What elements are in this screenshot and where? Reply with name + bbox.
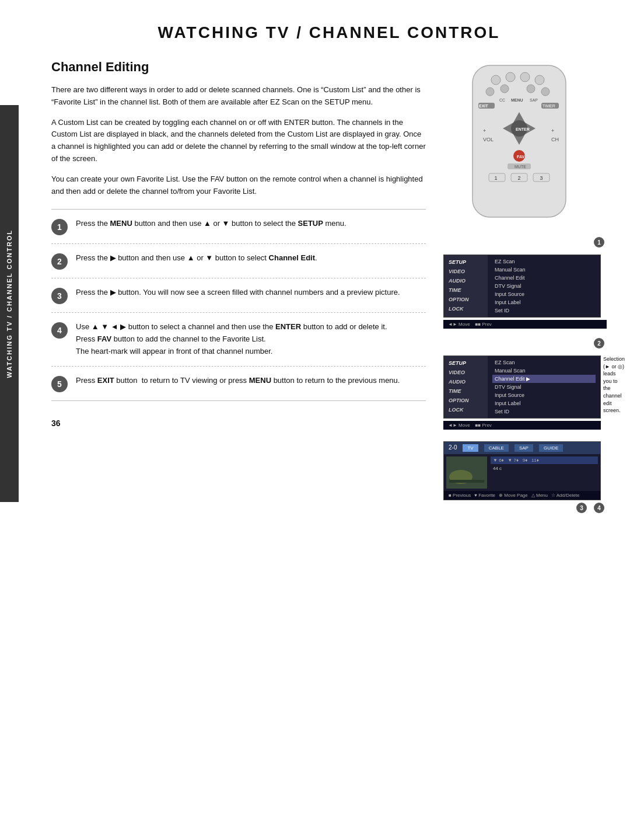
paragraph-2: A Custom List can be created by toggling…: [51, 117, 426, 165]
menu-left-option-2: OPTION: [444, 396, 488, 405]
svg-point-3: [520, 72, 530, 82]
ch-footer-fav: ♥ Favorite: [474, 493, 495, 498]
svg-point-7: [527, 85, 535, 93]
svg-point-8: [541, 88, 550, 96]
menu-screenshot-1: SETUP VIDEO AUDIO TIME OPTION LOCK EZ Sc…: [443, 255, 601, 318]
menu-item-inputlabel2: Input Label: [492, 399, 596, 407]
step-row-1: 1 Press the MENU button and then use ▲ o…: [51, 210, 426, 244]
step-number-4: 4: [51, 322, 68, 339]
step-text-1: Press the MENU button and then use ▲ or …: [76, 218, 426, 230]
step-number-5: 5: [51, 376, 68, 392]
step-row-4: 4 Use ▲ ▼ ◄ ▶ button to select a channel…: [51, 313, 426, 366]
menu-left-1: SETUP VIDEO AUDIO TIME OPTION LOCK: [444, 255, 488, 317]
step-text-4: Use ▲ ▼ ◄ ▶ button to select a channel a…: [76, 321, 426, 357]
menu-left-lock-2: LOCK: [444, 405, 488, 414]
menu-left-setup-2: SETUP: [444, 358, 488, 368]
svg-point-1: [491, 75, 501, 85]
svg-point-2: [506, 72, 515, 82]
preview-svg: [446, 456, 487, 489]
left-column: Channel Editing There are two different …: [51, 60, 426, 520]
step-row-2: 2 Press the ▶ button and then use ▲ or ▼…: [51, 244, 426, 278]
menu-item-ezscan2: EZ Scan: [492, 358, 596, 367]
menu-item-dtvsignal1: DTV Signal: [492, 282, 596, 290]
ch-footer-menu: △ Menu: [531, 493, 548, 498]
ch-list: ▼ 6♦ ▼ 7♦ 9♦ 11♦ 44 c: [491, 456, 598, 489]
step-number-3: 3: [51, 288, 68, 304]
step-row-5: 5 Press EXIT button to return to TV view…: [51, 367, 426, 401]
menu-item-channeledit2: Channel Edit ▶: [492, 375, 596, 383]
img-badge-3: 3: [576, 503, 587, 513]
svg-text:ENTER: ENTER: [516, 127, 530, 131]
menu-left-2: SETUP VIDEO AUDIO TIME OPTION LOCK: [444, 356, 488, 418]
step-text-3: Press the ▶ button. You will now see a s…: [76, 287, 426, 299]
menu-screenshot-2-wrapper: SETUP VIDEO AUDIO TIME OPTION LOCK EZ Sc…: [443, 355, 607, 430]
ch-preview: [446, 456, 487, 489]
menu-screenshot-2-inner: SETUP VIDEO AUDIO TIME OPTION LOCK EZ Sc…: [443, 355, 601, 430]
menu-right-2: EZ Scan Manual Scan Channel Edit ▶ DTV S…: [488, 356, 600, 418]
img34-num-row: 3 4: [443, 503, 607, 513]
section-heading: Channel Editing: [51, 60, 426, 75]
ch-footer-move: ⊕ Move Page: [499, 493, 528, 498]
channel-edit-body: ▼ 6♦ ▼ 7♦ 9♦ 11♦ 44 c: [444, 454, 600, 491]
step-text-5: Press EXIT button to return to TV viewin…: [76, 375, 426, 387]
ch-footer-add: ☆ Add/Delete: [551, 493, 579, 498]
step-number-1: 1: [51, 219, 68, 235]
menu-right-1: EZ Scan Manual Scan Channel Edit DTV Sig…: [488, 255, 600, 317]
svg-text:+: +: [483, 128, 486, 134]
menu-left-time: TIME: [444, 285, 488, 295]
menu-item-ezscan1: EZ Scan: [492, 257, 596, 266]
menu-left-option: OPTION: [444, 295, 488, 304]
menu-item-inputsource1: Input Source: [492, 290, 596, 298]
remote-svg: CC MENU SAP EXIT TIMER: [455, 60, 583, 223]
ch-num: 2-0: [449, 444, 457, 452]
svg-text:MENU: MENU: [511, 98, 523, 102]
menu-left-audio: AUDIO: [444, 276, 488, 285]
svg-text:1: 1: [494, 175, 497, 181]
svg-text:3: 3: [540, 175, 542, 181]
menu-left-audio-2: AUDIO: [444, 377, 488, 386]
step-row-3: 3 Press the ▶ button. You will now see a…: [51, 278, 426, 313]
svg-text:TIMER: TIMER: [542, 104, 555, 108]
ch-footer-prev: ■ Previous: [449, 493, 471, 498]
ch-tab-cable: CABLE: [484, 444, 509, 452]
svg-text:2: 2: [517, 175, 520, 181]
side-tab: WATCHING TV / CHANNEL CONTROL: [0, 105, 19, 502]
menu-item-setid2: Set ID: [492, 407, 596, 416]
content-layout: Channel Editing There are two different …: [51, 60, 607, 520]
channel-edit-footer: ■ Previous ♥ Favorite ⊕ Move Page △ Menu…: [444, 491, 600, 500]
menu-left-video-2: VIDEO: [444, 368, 488, 377]
svg-text:VOL: VOL: [483, 137, 494, 142]
menu-item-manualscan2: Manual Scan: [492, 367, 596, 375]
menu-left-lock: LOCK: [444, 304, 488, 313]
step-text-2: Press the ▶ button and then use ▲ or ▼ b…: [76, 252, 426, 264]
menu-note-2: Selection (► or ◎) leads you to the chan…: [603, 355, 625, 414]
remote-container: CC MENU SAP EXIT TIMER: [455, 60, 595, 225]
paragraph-1: There are two different ways in order to…: [51, 84, 426, 109]
img-badge-2: 2: [594, 338, 604, 348]
channel-edit-box: 2-0 TV CABLE SAP GUIDE: [443, 441, 601, 500]
menu-footer-text-1: ◄► Move ■■ Prev: [448, 322, 492, 327]
menu-item-inputlabel1: Input Label: [492, 298, 596, 306]
svg-text:CH: CH: [551, 137, 559, 142]
img-badge-4: 4: [594, 503, 604, 513]
page-title: WATCHING TV / CHANNEL CONTROL: [51, 23, 607, 42]
svg-text:MUTE: MUTE: [514, 165, 526, 169]
menu-footer-1: ◄► Move ■■ Prev: [443, 320, 607, 329]
main-content: WATCHING TV / CHANNEL CONTROL Channel Ed…: [28, 0, 630, 543]
menu-left-time-2: TIME: [444, 386, 488, 396]
menu-screenshot-2: SETUP VIDEO AUDIO TIME OPTION LOCK EZ Sc…: [443, 355, 601, 419]
ch-list-row: 44 c: [491, 465, 598, 472]
menu-left-setup: SETUP: [444, 257, 488, 267]
img1-num-row: 1: [443, 237, 607, 248]
ch-tab-guide: GUIDE: [539, 444, 563, 452]
svg-text:FAV: FAV: [517, 155, 524, 159]
menu-item-channeledit1: Channel Edit: [492, 274, 596, 282]
svg-point-4: [535, 75, 544, 85]
svg-point-5: [486, 88, 494, 96]
right-column: CC MENU SAP EXIT TIMER: [443, 60, 607, 520]
menu-item-dtvsignal2: DTV Signal: [492, 383, 596, 391]
step-number-2: 2: [51, 253, 68, 270]
svg-text:+: +: [551, 128, 554, 134]
menu-item-manualscan1: Manual Scan: [492, 266, 596, 274]
menu-item-setid1: Set ID: [492, 306, 596, 315]
